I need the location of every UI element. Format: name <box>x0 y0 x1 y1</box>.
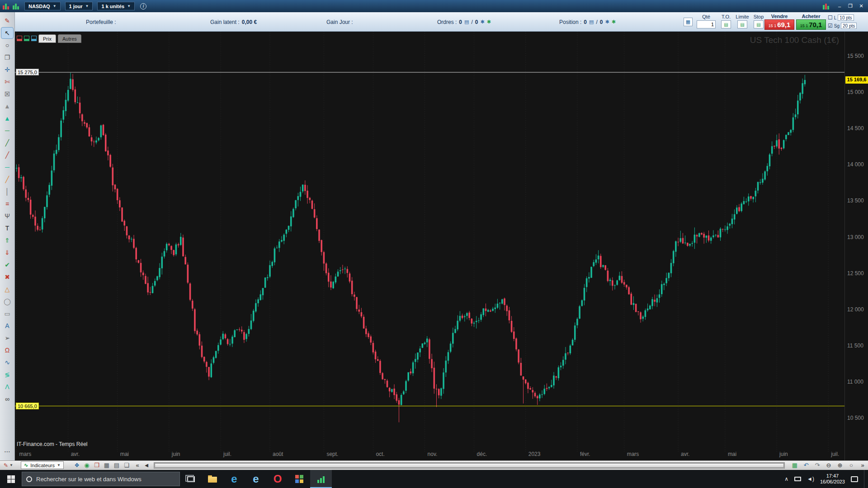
scrollbar-thumb[interactable] <box>155 463 784 468</box>
arrow-up-tool[interactable]: ⇑ <box>1 235 13 246</box>
collapse-left-button[interactable]: « <box>133 461 142 469</box>
photos-button[interactable] <box>288 470 310 488</box>
maximize-button[interactable]: ❐ <box>845 2 855 10</box>
sell-button[interactable]: 15 1 69,1 <box>764 19 794 30</box>
more-tools-icon[interactable]: ⋯ <box>1 447 13 456</box>
price-axis[interactable]: 15 169,6 15 50015 00014 50014 00013 5001… <box>844 32 868 460</box>
zoom-out-icon[interactable]: ⊖ <box>824 461 833 469</box>
pointer-tool[interactable]: ↖ <box>1 28 13 38</box>
trading-app-button[interactable] <box>310 470 332 488</box>
cut-tool[interactable]: ✄ <box>1 76 13 87</box>
upper-line-label[interactable]: 15 275,0 <box>16 69 39 75</box>
lower-line-label[interactable]: 10 665,0 <box>16 403 39 409</box>
zigzag-tool[interactable]: Λ <box>1 381 13 392</box>
green-candles-icon[interactable] <box>24 36 29 41</box>
position-settings-icon[interactable]: ✱ <box>605 19 609 25</box>
units-selector[interactable]: 1 k unités ▼ <box>97 2 135 10</box>
pencil-tool[interactable]: ✎ <box>1 15 13 26</box>
undo-icon[interactable]: ↶ <box>802 461 811 469</box>
arrow-down-tool[interactable]: ⇓ <box>1 247 13 258</box>
timeframe-selector[interactable]: 1 jour ▼ <box>65 2 93 10</box>
trendline-red-tool[interactable]: ╱ <box>1 150 13 160</box>
instrument-selector[interactable]: NASDAQ ▼ <box>24 2 61 10</box>
tab-prix[interactable]: Prix <box>38 34 56 43</box>
candlestick-chart[interactable] <box>15 32 844 460</box>
hand-tool[interactable]: ➢ <box>1 333 13 343</box>
display-icon[interactable] <box>794 477 801 481</box>
position-settings-2-icon[interactable]: ✱ <box>612 19 616 25</box>
draw-mode-button[interactable]: ✎ ▼ <box>2 461 15 469</box>
notifications-icon[interactable] <box>851 476 858 482</box>
ellipse-tool[interactable]: ◯ <box>1 296 13 307</box>
share-icon[interactable]: ❖ <box>72 461 81 469</box>
qty-input[interactable] <box>697 20 716 28</box>
ray-tool[interactable]: ╱ <box>1 174 13 185</box>
triangle-tool[interactable]: △ <box>1 284 13 295</box>
file-explorer-button[interactable] <box>202 470 223 488</box>
chart-area[interactable]: US Tech 100 Cash (1€) Prix Autres 15 275… <box>15 32 844 460</box>
duplicate-tool[interactable]: ❐ <box>1 52 13 63</box>
limite-order-button[interactable]: ▤ <box>737 20 747 28</box>
internet-explorer-button[interactable]: e <box>245 470 267 488</box>
orders-settings-icon[interactable]: ✱ <box>480 19 484 25</box>
pyramid-tool[interactable]: ▲ <box>1 113 13 124</box>
volume-icon[interactable]: ◄) <box>807 476 814 482</box>
window-icon[interactable]: ❏ <box>122 461 131 469</box>
vertical-line-tool[interactable]: │ <box>1 186 13 197</box>
wave-tool[interactable]: ∿ <box>1 357 13 368</box>
channel-tool[interactable]: ≶ <box>1 369 13 380</box>
tray-expand-icon[interactable]: ∧ <box>784 476 788 482</box>
grid-settings-icon[interactable]: ▦ <box>790 461 799 469</box>
cross-tool[interactable]: ✖ <box>1 272 13 282</box>
to-order-button[interactable]: ▤ <box>721 20 731 28</box>
zoom-tool[interactable]: ○ <box>1 40 13 51</box>
show-desktop-button[interactable] <box>864 470 866 488</box>
anchor-tool[interactable]: ∞ <box>1 394 13 404</box>
taskbar-search[interactable] <box>22 472 180 486</box>
scroll-left-button[interactable]: ◀ <box>142 461 151 469</box>
redo-icon[interactable]: ↷ <box>813 461 822 469</box>
zoom-in-icon[interactable]: ⊕ <box>835 461 844 469</box>
segment-tool[interactable]: ─ <box>1 162 13 173</box>
omega-tool[interactable]: Ω <box>1 345 13 356</box>
minimize-button[interactable]: – <box>835 2 844 10</box>
snapshot-icon[interactable]: ◉ <box>82 461 91 469</box>
alert-tool[interactable]: ▲ <box>1 101 13 112</box>
layout-icon[interactable]: ❒ <box>92 461 101 469</box>
blue-bars-icon[interactable] <box>31 36 37 41</box>
delete-tool[interactable]: ☒ <box>1 89 13 99</box>
taskbar-clock[interactable]: 17:47 16/06/2023 <box>820 473 845 485</box>
orders-list-icon[interactable]: ▤ <box>464 19 469 25</box>
info-icon[interactable]: i <box>140 3 146 9</box>
grid-icon[interactable]: ▤ <box>112 461 121 469</box>
indicators-dropdown[interactable]: ∿ Indicateurs ▼ <box>21 461 64 469</box>
sg-checkbox[interactable]: ☑ <box>828 23 833 29</box>
l-checkbox[interactable]: ☐ <box>828 14 833 21</box>
close-button[interactable]: ✕ <box>856 2 866 10</box>
table-icon[interactable]: ▦ <box>102 461 111 469</box>
position-list-icon[interactable]: ▤ <box>589 19 594 25</box>
tab-autres[interactable]: Autres <box>58 34 81 43</box>
fibonacci-tool[interactable]: ≡ <box>1 198 13 209</box>
horizontal-line-tool[interactable]: ─ <box>1 125 13 136</box>
zoom-reset-icon[interactable]: ○ <box>847 461 856 469</box>
calculator-icon[interactable]: ▦ <box>684 18 693 26</box>
move-tool[interactable]: ✛ <box>1 64 13 75</box>
search-input[interactable] <box>36 476 175 483</box>
rectangle-tool[interactable]: ▭ <box>1 308 13 319</box>
opera-button[interactable]: O <box>267 470 288 488</box>
edge-button[interactable]: e <box>223 470 245 488</box>
stop-order-button[interactable]: ▤ <box>754 20 764 28</box>
start-button[interactable] <box>0 470 22 488</box>
task-view-button[interactable] <box>180 470 202 488</box>
expand-right-icon[interactable]: » <box>858 461 867 469</box>
text-tool[interactable]: T <box>1 223 13 234</box>
chart-scrollbar[interactable] <box>154 462 785 469</box>
check-tool[interactable]: ✔ <box>1 259 13 270</box>
label-tool[interactable]: A <box>1 320 13 331</box>
trendline-tool[interactable]: ╱ <box>1 137 13 148</box>
orders-settings-2-icon[interactable]: ✱ <box>487 19 491 25</box>
pitchfork-tool[interactable]: Ψ <box>1 211 13 221</box>
red-candles-icon[interactable] <box>17 36 22 41</box>
buy-button[interactable]: 15 1 70,1 <box>796 19 826 30</box>
